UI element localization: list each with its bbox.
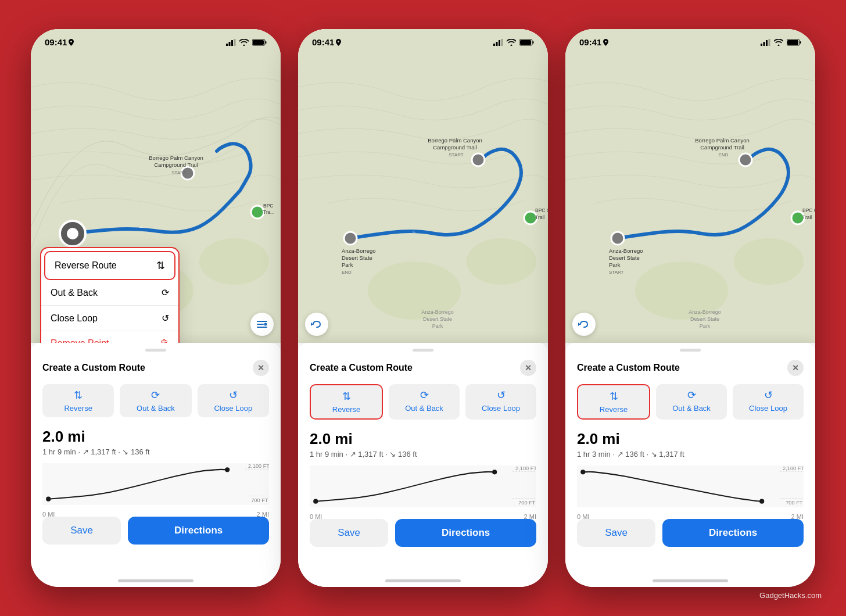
reverse-label-1: Reverse — [64, 404, 92, 413]
close-loop-btn-2[interactable]: ↺ Close Loop — [465, 384, 536, 420]
svg-rect-65 — [763, 42, 765, 46]
context-menu-reverse[interactable]: Reverse Route ⇅ — [44, 251, 175, 280]
status-bar-3: 09:41 — [565, 29, 815, 51]
out-back-btn-1[interactable]: ⟳ Out & Back — [120, 384, 191, 417]
close-loop-label: Close Loop — [51, 313, 98, 324]
close-btn-2[interactable]: ✕ — [520, 360, 536, 376]
sheet-title-3: Create a Custom Route — [577, 363, 680, 373]
chart-x-left-2: 0 MI — [310, 513, 322, 520]
distance-3: 2.0 mi — [577, 430, 804, 448]
svg-rect-23 — [42, 463, 269, 505]
chart-x-left-3: 0 MI — [577, 513, 589, 520]
status-time-3: 09:41 — [579, 37, 608, 47]
svg-text:←: ← — [138, 224, 144, 230]
svg-text:700 FT: 700 FT — [251, 497, 268, 503]
svg-text:START: START — [449, 152, 464, 157]
chart-x-labels-1: 0 MI 2 MI — [42, 511, 269, 518]
svg-rect-30 — [493, 44, 495, 46]
reverse-btn-1[interactable]: ⇅ Reverse — [42, 384, 114, 417]
svg-text:Anza-Borrego: Anza-Borrego — [421, 309, 454, 315]
svg-text:Desert State: Desert State — [609, 255, 640, 261]
svg-text:END: END — [719, 152, 729, 157]
context-menu-1: Reverse Route ⇅ Out & Back ⟳ Close Loop … — [40, 247, 180, 343]
route-stats-1: 2.0 mi 1 hr 9 min · ↗ 1,317 ft · ↘ 136 f… — [42, 428, 269, 456]
svg-point-93 — [759, 499, 764, 504]
svg-text:←: ← — [411, 228, 417, 235]
svg-point-24 — [46, 497, 51, 502]
svg-text:Campground Trail: Campground Trail — [154, 162, 198, 168]
svg-point-73 — [734, 238, 804, 285]
signal-icon-1 — [226, 39, 236, 46]
directions-btn-2[interactable]: Directions — [395, 519, 536, 547]
svg-text:2,100 FT: 2,100 FT — [248, 463, 269, 469]
sheet-handle-2 — [413, 349, 433, 352]
location-icon-2 — [336, 39, 341, 46]
context-menu-close-loop[interactable]: Close Loop ↺ — [41, 306, 178, 331]
undo-btn-2[interactable] — [305, 313, 328, 336]
wifi-icon-2 — [507, 39, 516, 46]
svg-point-40 — [472, 153, 485, 166]
stats-detail-3: 1 hr 3 min · ↗ 136 ft · ↘ 1,317 ft — [577, 450, 804, 459]
save-btn-3[interactable]: Save — [577, 519, 655, 547]
action-buttons-3: ⇅ Reverse ⟳ Out & Back ↺ Close Loop — [577, 384, 804, 420]
stats-detail-1: 1 hr 9 min · ↗ 1,317 ft · ↘ 136 ft — [42, 447, 269, 456]
reverse-icon-sheet-3: ⇅ — [610, 390, 618, 403]
reverse-icon-sheet-2: ⇅ — [342, 390, 351, 403]
out-back-btn-2[interactable]: ⟳ Out & Back — [389, 384, 460, 420]
out-back-label-3: Out & Back — [672, 404, 711, 413]
save-btn-1[interactable]: Save — [42, 517, 121, 545]
bottom-sheet-3: Create a Custom Route ✕ ⇅ Reverse ⟳ Out … — [565, 343, 815, 587]
svg-rect-31 — [496, 42, 498, 46]
context-menu-out-back[interactable]: Out & Back ⟳ — [41, 280, 178, 306]
svg-text:BPC Ca...: BPC Ca... — [802, 207, 815, 213]
close-loop-icon: ↺ — [162, 313, 169, 324]
route-options-btn-1[interactable] — [250, 313, 274, 336]
directions-btn-3[interactable]: Directions — [662, 519, 804, 547]
svg-rect-35 — [520, 40, 531, 45]
reverse-btn-2[interactable]: ⇅ Reverse — [310, 384, 383, 420]
svg-text:Tra...: Tra... — [263, 209, 275, 215]
close-loop-icon-sheet-3: ↺ — [764, 389, 773, 402]
save-btn-2[interactable]: Save — [310, 519, 388, 547]
undo-icon-3 — [578, 318, 590, 330]
sheet-header-3: Create a Custom Route ✕ — [577, 360, 804, 376]
svg-point-58 — [313, 499, 318, 504]
map-area-2: ← Borrego Palm Canyon Campground Trail S… — [298, 29, 548, 343]
out-back-icon-sheet-3: ⟳ — [687, 389, 696, 402]
svg-rect-0 — [226, 44, 228, 46]
close-btn-1[interactable]: ✕ — [253, 360, 269, 376]
map-area-1: ← Borrego Palm Canyon Campground Trail S… — [31, 29, 281, 343]
undo-btn-3[interactable] — [572, 313, 596, 336]
svg-rect-69 — [787, 40, 798, 45]
map-svg-3: → Borrego Palm Canyon Campground Trail E… — [565, 29, 815, 343]
bottom-buttons-3: Save Directions — [577, 519, 804, 547]
elevation-svg-2: 2,100 FT 700 FT — [310, 463, 536, 510]
svg-text:2,100 FT: 2,100 FT — [783, 465, 804, 471]
reverse-btn-3[interactable]: ⇅ Reverse — [577, 384, 650, 420]
elevation-svg-1: 2,100 FT 700 FT — [42, 461, 269, 507]
out-back-icon: ⟳ — [162, 287, 169, 298]
bottom-sheet-2: Create a Custom Route ✕ ⇅ Reverse ⟳ Out … — [298, 343, 548, 587]
directions-btn-1[interactable]: Directions — [128, 517, 269, 545]
close-loop-label-3: Close Loop — [749, 404, 787, 413]
svg-text:Desert State: Desert State — [423, 316, 452, 322]
out-back-btn-3[interactable]: ⟳ Out & Back — [656, 384, 727, 420]
svg-rect-66 — [766, 40, 768, 46]
context-menu-remove-point[interactable]: Remove Point 🗑 — [41, 331, 178, 343]
close-loop-btn-3[interactable]: ↺ Close Loop — [733, 384, 804, 420]
reverse-label-2: Reverse — [332, 405, 360, 414]
distance-2: 2.0 mi — [310, 430, 536, 448]
svg-point-22 — [264, 323, 267, 326]
status-time-1: 09:41 — [45, 37, 74, 47]
close-loop-btn-1[interactable]: ↺ Close Loop — [198, 384, 269, 417]
chart-x-left-1: 0 MI — [42, 511, 55, 518]
remove-point-icon: 🗑 — [160, 338, 169, 343]
reverse-icon: ⇅ — [156, 259, 165, 272]
status-icons-2 — [493, 39, 534, 46]
out-back-icon-sheet-2: ⟳ — [420, 389, 429, 402]
svg-text:BPC Ca...: BPC Ca... — [535, 207, 548, 213]
phone-1: 09:41 — [31, 29, 281, 587]
out-back-icon-sheet-1: ⟳ — [151, 389, 160, 402]
svg-rect-6 — [266, 41, 267, 44]
close-btn-3[interactable]: ✕ — [787, 360, 804, 376]
